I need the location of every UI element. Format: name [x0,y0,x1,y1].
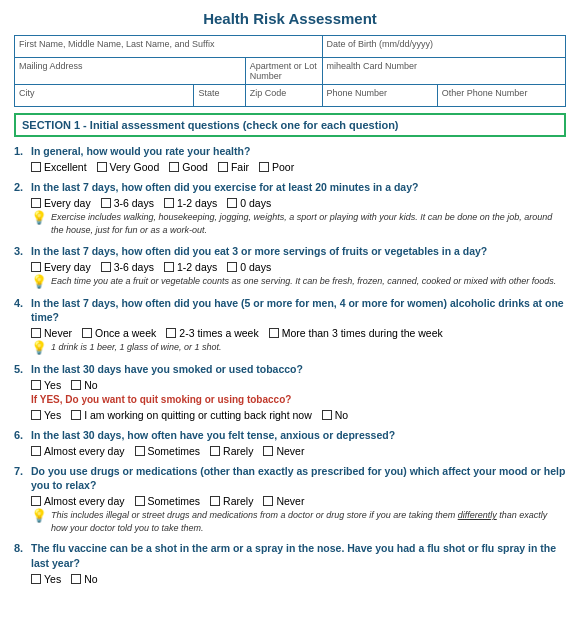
q7-options: Almost every day Sometimes Rarely Never [31,495,566,507]
q6-opt-almost[interactable]: Almost every day [31,445,125,457]
q7-opt-never[interactable]: Never [263,495,304,507]
checkbox-q7-never[interactable] [263,496,273,506]
checkbox-q6-sometimes[interactable] [135,446,145,456]
checkbox-q4-2-3[interactable] [166,328,176,338]
question-1: 1. In general, how would you rate your h… [14,144,566,175]
q2-options: Every day 3-6 days 1-2 days 0 days [31,197,566,209]
checkbox-q8-no[interactable] [71,574,81,584]
q4-num: 4. [14,297,28,309]
checkbox-q3-3-6[interactable] [101,262,111,272]
checkbox-q5-yes[interactable] [31,380,41,390]
q6-opt-rarely[interactable]: Rarely [210,445,253,457]
questions-container: 1. In general, how would you rate your h… [14,144,566,587]
q3-opt-1-2[interactable]: 1-2 days [164,261,217,273]
q7-tip-row: 💡 This includes illegal or street drugs … [31,509,566,534]
field-phone: Phone Number [322,85,437,107]
q8-opt-no[interactable]: No [71,573,97,585]
checkbox-q4-more3[interactable] [269,328,279,338]
q4-opt-once[interactable]: Once a week [82,327,156,339]
checkbox-q1-fair[interactable] [218,162,228,172]
q1-opt-good[interactable]: Good [169,161,208,173]
q1-opt-verygood[interactable]: Very Good [97,161,160,173]
checkbox-q2-0[interactable] [227,198,237,208]
checkbox-q2-3-6[interactable] [101,198,111,208]
q1-text: In general, how would you rate your heal… [31,144,566,158]
q2-opt-0[interactable]: 0 days [227,197,271,209]
q6-body: In the last 30 days, how often have you … [31,428,566,459]
field-name: First Name, Middle Name, Last Name, and … [15,36,323,58]
bulb-icon-q2: 💡 [31,210,47,225]
field-dob: Date of Birth (mm/dd/yyyy) [322,36,565,58]
checkbox-q5-sub-yes[interactable] [31,410,41,420]
q6-opt-never[interactable]: Never [263,445,304,457]
field-state: State [194,85,245,107]
question-7: 7. Do you use drugs or medications (othe… [14,464,566,537]
q5-num: 5. [14,363,28,375]
q1-opt-excellent[interactable]: Excellent [31,161,87,173]
q2-opt-1-2[interactable]: 1-2 days [164,197,217,209]
q8-opt-yes[interactable]: Yes [31,573,61,585]
q3-text: In the last 7 days, how often did you ea… [31,244,566,258]
q6-opt-sometimes[interactable]: Sometimes [135,445,201,457]
checkbox-q1-good[interactable] [169,162,179,172]
q7-opt-almost[interactable]: Almost every day [31,495,125,507]
q5-opt-yes[interactable]: Yes [31,379,61,391]
bulb-icon-q7: 💡 [31,508,47,523]
q2-opt-3-6[interactable]: 3-6 days [101,197,154,209]
q3-opt-everyday[interactable]: Every day [31,261,91,273]
checkbox-q2-everyday[interactable] [31,198,41,208]
q4-opt-more3[interactable]: More than 3 times during the week [269,327,443,339]
checkbox-q6-never[interactable] [263,446,273,456]
q3-tip-row: 💡 Each time you ate a fruit or vegetable… [31,275,566,289]
checkbox-q6-almost[interactable] [31,446,41,456]
checkbox-q7-rarely[interactable] [210,496,220,506]
checkbox-q5-no[interactable] [71,380,81,390]
field-zip: Zip Code [245,85,322,107]
q5-options: Yes No [31,379,566,391]
q4-opt-never[interactable]: Never [31,327,72,339]
checkbox-q3-everyday[interactable] [31,262,41,272]
q3-tip: Each time you ate a fruit or vegetable c… [51,275,556,288]
q7-opt-sometimes[interactable]: Sometimes [135,495,201,507]
field-address: Mailing Address [15,58,246,85]
q5-opt-no[interactable]: No [71,379,97,391]
field-apt: Apartment or Lot Number [245,58,322,85]
checkbox-q5-sub-no[interactable] [322,410,332,420]
q4-tip: 1 drink is 1 beer, 1 glass of wine, or 1… [51,341,222,354]
q3-opt-3-6[interactable]: 3-6 days [101,261,154,273]
q4-opt-2-3[interactable]: 2-3 times a week [166,327,258,339]
q6-options: Almost every day Sometimes Rarely Never [31,445,566,457]
q4-tip-row: 💡 1 drink is 1 beer, 1 glass of wine, or… [31,341,566,355]
checkbox-q1-excellent[interactable] [31,162,41,172]
q8-body: The flu vaccine can be a shot in the arm… [31,541,566,586]
q3-opt-0[interactable]: 0 days [227,261,271,273]
checkbox-q4-never[interactable] [31,328,41,338]
q5-sub-working[interactable]: I am working on quitting or cutting back… [71,409,312,421]
q1-opt-poor[interactable]: Poor [259,161,294,173]
checkbox-q1-verygood[interactable] [97,162,107,172]
q1-opt-fair[interactable]: Fair [218,161,249,173]
question-6: 6. In the last 30 days, how often have y… [14,428,566,459]
q2-num: 2. [14,181,28,193]
checkbox-q6-rarely[interactable] [210,446,220,456]
q3-options: Every day 3-6 days 1-2 days 0 days [31,261,566,273]
checkbox-q3-1-2[interactable] [164,262,174,272]
bulb-icon-q3: 💡 [31,274,47,289]
checkbox-q2-1-2[interactable] [164,198,174,208]
q2-opt-everyday[interactable]: Every day [31,197,91,209]
checkbox-q3-0[interactable] [227,262,237,272]
q7-opt-rarely[interactable]: Rarely [210,495,253,507]
q5-text: In the last 30 days have you smoked or u… [31,362,566,376]
checkbox-q1-poor[interactable] [259,162,269,172]
checkbox-q5-sub-working[interactable] [71,410,81,420]
q5-sub-yes[interactable]: Yes [31,409,61,421]
q6-text: In the last 30 days, how often have you … [31,428,566,442]
checkbox-q8-yes[interactable] [31,574,41,584]
q1-body: In general, how would you rate your heal… [31,144,566,175]
checkbox-q4-once[interactable] [82,328,92,338]
q5-sub-no[interactable]: No [322,409,348,421]
question-4: 4. In the last 7 days, how often did you… [14,296,566,357]
checkbox-q7-almost[interactable] [31,496,41,506]
checkbox-q7-sometimes[interactable] [135,496,145,506]
q7-body: Do you use drugs or medications (other t… [31,464,566,537]
